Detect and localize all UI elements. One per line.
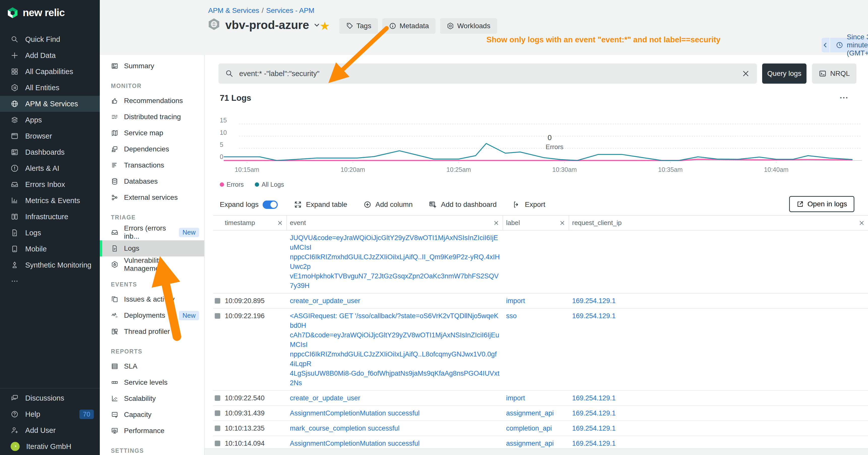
- header-cell-label[interactable]: label: [503, 216, 569, 230]
- remove-column-icon[interactable]: [859, 220, 865, 226]
- label-link[interactable]: import: [506, 297, 525, 304]
- ip-link[interactable]: 169.254.129.1: [572, 394, 616, 402]
- sidebar-item-all-entities[interactable]: All Entities: [0, 79, 100, 96]
- sidenav-item-capacity[interactable]: Capacity: [100, 407, 204, 423]
- sidebar-item-mobile[interactable]: Mobile: [0, 241, 100, 257]
- ip-link[interactable]: 169.254.129.1: [572, 312, 616, 320]
- sidebar-item-alerts-ai[interactable]: Alerts & AI: [0, 160, 100, 176]
- sidenav-item-performance[interactable]: Performance: [100, 423, 204, 439]
- sidenav-item-sla[interactable]: SLA: [100, 358, 204, 375]
- label-link[interactable]: assignment_api: [506, 440, 554, 447]
- label-link[interactable]: sso: [506, 312, 517, 320]
- remove-column-icon[interactable]: [277, 220, 283, 226]
- sidenav-item-deployments[interactable]: DeploymentsNew: [100, 307, 204, 324]
- sidenav-item-service-levels[interactable]: Service levels: [100, 375, 204, 390]
- row-checkbox[interactable]: [215, 395, 220, 401]
- sidenav-item-issues-activity[interactable]: Issues & activity: [100, 291, 204, 307]
- more-options-icon[interactable]: [839, 93, 849, 103]
- event-link[interactable]: AssignmentCompletionMutation successful: [290, 409, 500, 418]
- sidenav-item-external-services[interactable]: External services: [100, 190, 204, 205]
- entity-name[interactable]: vbv-prod-azure: [225, 18, 309, 32]
- sidenav-item-vulnerability-management[interactable]: Vulnerability Management: [100, 257, 204, 272]
- sidenav-item-databases[interactable]: Databases: [100, 173, 204, 190]
- sidenav-item-logs[interactable]: Logs: [100, 240, 204, 257]
- export-button[interactable]: Export: [513, 200, 546, 208]
- sidebar-item-synthetic-monitoring[interactable]: Synthetic Monitoring: [0, 257, 100, 273]
- expand-table-button[interactable]: Expand table: [294, 200, 347, 208]
- label-link[interactable]: assignment_api: [506, 410, 554, 417]
- sidenav-item-service-map[interactable]: Service map: [100, 125, 204, 141]
- sidebar-item-apm-services[interactable]: APM & Services: [0, 96, 100, 112]
- header-cell-timestamp[interactable]: timestamp: [222, 216, 287, 230]
- sidebar-item-all-capabilities[interactable]: All Capabilities: [0, 64, 100, 79]
- open-in-logs-button[interactable]: Open in logs: [789, 196, 855, 212]
- add-to-dashboard-button[interactable]: Add to dashboard: [429, 200, 496, 208]
- event-link[interactable]: nppcCI6IkRIZmxhdGUiLCJzZXIiOiIxLjAifQ..I…: [290, 252, 500, 271]
- label-link[interactable]: import: [506, 394, 525, 402]
- clear-query-icon[interactable]: [741, 69, 750, 78]
- legend-item-all-logs[interactable]: All Logs: [255, 181, 284, 188]
- ip-link[interactable]: 169.254.129.1: [572, 440, 616, 447]
- event-link[interactable]: create_or_update_user: [290, 296, 500, 305]
- sidebar-item-browser[interactable]: Browser: [0, 128, 100, 144]
- header-cell-request_client_ip[interactable]: request_client_ip: [569, 216, 868, 230]
- event-link[interactable]: mark_course_completion successful: [290, 423, 500, 433]
- breadcrumb-apm-services[interactable]: APM & Services: [208, 6, 259, 14]
- row-checkbox[interactable]: [215, 313, 220, 319]
- sidebar-item-iterativ-gmbh[interactable]: ◔Iterativ GmbH: [0, 438, 100, 455]
- event-link[interactable]: nppcCI6IkRIZmxhdGUiLCJzZXIiOiIxLjAifQ..L…: [290, 350, 500, 368]
- sidenav-item-thread-profiler[interactable]: Thread profiler: [100, 324, 204, 339]
- sidenav-item-distributed-tracing[interactable]: Distributed tracing: [100, 109, 204, 125]
- tags-button[interactable]: Tags: [339, 18, 378, 34]
- sidenav-item-recommendations[interactable]: Recommendations: [100, 93, 204, 109]
- breadcrumb-services-apm[interactable]: Services - APM: [266, 6, 314, 14]
- sidebar-item-errors-inbox[interactable]: Errors Inbox: [0, 176, 100, 193]
- sidenav-item-summary[interactable]: Summary: [100, 58, 204, 74]
- expand-logs-toggle[interactable]: [262, 200, 278, 209]
- row-checkbox[interactable]: [215, 441, 220, 446]
- sidenav-item-errors-errors-inb-[interactable]: Errors (errors inb...New: [100, 224, 204, 240]
- row-checkbox[interactable]: [215, 298, 220, 303]
- sidebar-item-add-user[interactable]: Add User: [0, 422, 100, 438]
- event-link[interactable]: 4LgSjsuUW8B0Mi8-Gdo_f6ofWhjpatNs9jaMs9qK…: [290, 368, 500, 388]
- nrql-button[interactable]: NRQL: [812, 64, 857, 84]
- sidebar-item-quick-find[interactable]: Quick Find: [0, 31, 100, 47]
- header-cell-event[interactable]: event: [287, 216, 503, 230]
- sidebar-item-apps[interactable]: Apps: [0, 112, 100, 128]
- ip-link[interactable]: 169.254.129.1: [572, 424, 616, 432]
- event-link[interactable]: JUQVU&code=eyJraWQiOiJjcGltY29yZV8wOTI1M…: [290, 233, 500, 252]
- sidebar-item-add-data[interactable]: Add Data: [0, 47, 100, 64]
- sidebar-item-help[interactable]: Help70: [0, 406, 100, 422]
- sidebar-item-label: Mobile: [25, 245, 46, 253]
- ip-link[interactable]: 169.254.129.1: [572, 297, 616, 304]
- sidebar-item-more[interactable]: [0, 273, 100, 289]
- ip-link[interactable]: 169.254.129.1: [572, 410, 616, 417]
- label-link[interactable]: completion_api: [506, 424, 552, 432]
- sidenav-item-dependencies[interactable]: Dependencies: [100, 141, 204, 157]
- workloads-button[interactable]: Workloads: [440, 18, 497, 34]
- time-range-prev-button[interactable]: [822, 38, 830, 53]
- row-checkbox[interactable]: [215, 411, 220, 416]
- query-logs-button[interactable]: Query logs: [762, 64, 806, 84]
- metadata-button[interactable]: Metadata: [382, 18, 435, 34]
- event-link[interactable]: <ASGIRequest: GET '/sso/callback/?state=…: [290, 311, 500, 330]
- favorite-star-icon[interactable]: ★: [319, 19, 330, 33]
- legend-item-errors[interactable]: Errors: [220, 181, 244, 188]
- sidebar-item-dashboards[interactable]: Dashboards: [0, 144, 100, 160]
- row-checkbox[interactable]: [215, 425, 220, 431]
- time-range-dropdown[interactable]: Since 30 minutes ago (GMT+2): [830, 38, 868, 53]
- sidenav-item-scalability[interactable]: Scalability: [100, 390, 204, 407]
- sidebar-item-discussions[interactable]: Discussions: [0, 390, 100, 406]
- remove-column-icon[interactable]: [559, 220, 565, 226]
- add-column-button[interactable]: Add column: [364, 200, 413, 208]
- event-link[interactable]: cAh7D&code=eyJraWQiOiJjcGltY29yZV8wOTI1M…: [290, 330, 500, 350]
- event-link[interactable]: AssignmentCompletionMutation successful: [290, 438, 500, 448]
- sidenav-item-transactions[interactable]: Transactions: [100, 157, 204, 173]
- sidebar-item-infrastructure[interactable]: Infrastructure: [0, 208, 100, 225]
- logs-query-input[interactable]: [239, 69, 736, 78]
- sidebar-item-logs[interactable]: Logs: [0, 225, 100, 241]
- event-link[interactable]: create_or_update_user: [290, 393, 500, 403]
- sidebar-item-metrics-events[interactable]: Metrics & Events: [0, 193, 100, 208]
- event-link[interactable]: vE1moHpkhokTVBvguN7_72JtGzGsqxZpn2OaKc3n…: [290, 271, 500, 291]
- remove-column-icon[interactable]: [493, 220, 499, 226]
